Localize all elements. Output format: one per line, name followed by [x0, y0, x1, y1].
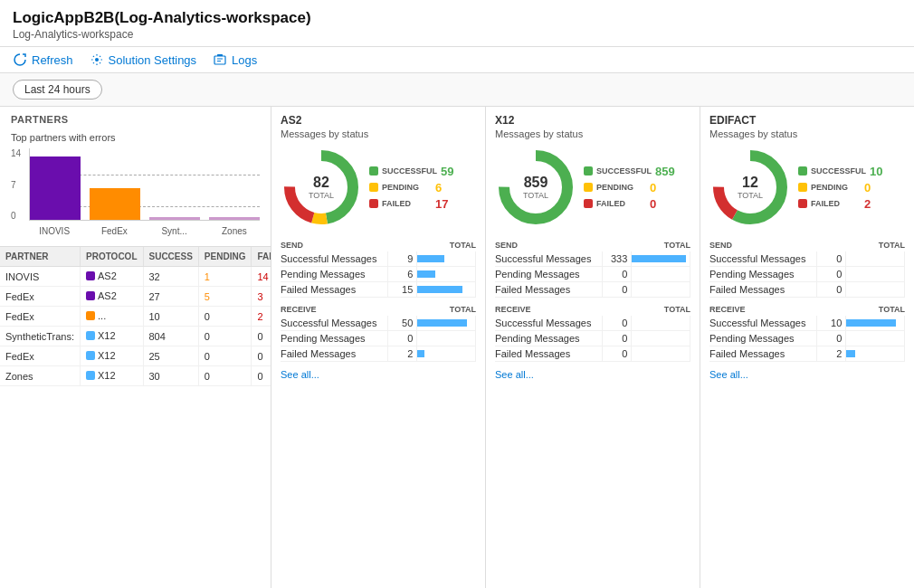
table-row: Successful Messages0 — [709, 251, 905, 267]
table-row: Failed Messages2 — [709, 346, 905, 362]
partners-panel: PARTNERS Top partners with errors 14 7 0 — [0, 107, 271, 588]
refresh-label: Refresh — [32, 53, 73, 67]
as2-send-table: Successful Messages9 Pending Messages6 F… — [281, 251, 476, 298]
gear-icon — [90, 52, 104, 67]
table-row: Successful Messages333 — [495, 251, 690, 267]
table-row: Successful Messages9 — [281, 251, 476, 267]
col-protocol: PROTOCOL — [81, 247, 143, 267]
bar-inovis — [30, 156, 81, 220]
table-row: Successful Messages10 — [709, 316, 905, 331]
svg-point-0 — [95, 58, 99, 62]
logs-icon — [213, 52, 227, 67]
x12-subtitle: Messages by status — [495, 128, 690, 139]
edifact-subtitle: Messages by status — [709, 128, 905, 139]
partners-table-body: INOVIS AS2 32 1 14 FedEx AS2 27 5 3 — [0, 267, 271, 386]
filter-bar: Last 24 hours — [0, 73, 914, 107]
as2-receive-table: Successful Messages50 Pending Messages0 … — [281, 316, 476, 362]
logs-button[interactable]: Logs — [213, 52, 257, 67]
col-pending: PENDING — [198, 247, 252, 267]
chart-area: Top partners with errors 14 7 0 — [0, 128, 271, 246]
x12-legend-successful: SUCCESSFUL 859 — [584, 165, 675, 178]
as2-legend-failed: FAILED 17 — [369, 197, 453, 211]
table-row: Pending Messages0 — [495, 331, 690, 346]
solution-settings-button[interactable]: Solution Settings — [90, 52, 197, 67]
x12-send-table: Successful Messages333 Pending Messages0… — [495, 251, 690, 298]
solution-settings-label: Solution Settings — [109, 53, 197, 67]
edifact-see-all[interactable]: See all... — [709, 369, 905, 380]
bar-chart: 14 7 0 — [11, 148, 260, 239]
col-failed: FAI... ↓ — [252, 247, 271, 267]
as2-subtitle: Messages by status — [281, 128, 476, 139]
edifact-send-table: Successful Messages0 Pending Messages0 F… — [709, 251, 905, 298]
table-row: INOVIS AS2 32 1 14 — [0, 267, 271, 287]
x12-receive-label: RECEIVE TOTAL — [495, 305, 690, 314]
x12-title: X12 — [495, 114, 690, 127]
refresh-icon — [13, 52, 27, 67]
chart-labels: INOVIS FedEx Synt... Zones — [29, 223, 260, 239]
table-row: Pending Messages0 — [709, 267, 905, 282]
x12-panel: X12 Messages by status 859 TOTAL SUCCESS… — [486, 107, 700, 588]
edifact-legend-pending: PENDING 0 — [798, 181, 882, 194]
chart-bars — [29, 148, 260, 221]
logs-label: Logs — [232, 53, 257, 67]
x12-receive-table: Successful Messages0 Pending Messages0 F… — [495, 316, 690, 362]
as2-legend: SUCCESSFUL 59 PENDING 6 FAILED 17 — [369, 165, 453, 211]
edifact-donut-row: 12 TOTAL SUCCESSFUL 10 PENDING 0 — [709, 147, 905, 228]
partners-section-title: PARTNERS — [0, 107, 271, 128]
refresh-button[interactable]: Refresh — [13, 52, 73, 67]
edifact-legend-failed: FAILED 2 — [798, 197, 882, 211]
table-row: Pending Messages0 — [495, 267, 690, 282]
as2-see-all[interactable]: See all... — [281, 369, 476, 380]
svg-rect-4 — [217, 54, 223, 56]
x12-send-label: SEND TOTAL — [495, 241, 690, 250]
edifact-title: EDIFACT — [709, 114, 905, 127]
bar-fedex — [90, 188, 140, 220]
x12-donut: 859 TOTAL — [495, 147, 576, 228]
table-row: Failed Messages15 — [281, 282, 476, 298]
edifact-panel: EDIFACT Messages by status 12 TOTAL — [700, 107, 914, 588]
table-row: Failed Messages0 — [495, 282, 690, 298]
as2-donut: 82 TOTAL — [281, 147, 362, 228]
edifact-send-label: SEND TOTAL — [709, 241, 905, 250]
table-row: Successful Messages0 — [495, 316, 690, 331]
table-row: Pending Messages0 — [281, 331, 476, 346]
col-success: SUCCESS — [143, 247, 198, 267]
header: LogicAppB2B(Log-Analytics-workspace) Log… — [0, 0, 914, 47]
chart-subtitle: Top partners with errors — [11, 132, 260, 143]
table-row: Successful Messages50 — [281, 316, 476, 331]
bar-zones — [209, 217, 260, 220]
edifact-donut: 12 TOTAL — [709, 147, 791, 228]
page-subtitle: Log-Analytics-workspace — [13, 28, 901, 41]
page-title: LogicAppB2B(Log-Analytics-workspace) — [13, 9, 901, 27]
table-row: FedEx X12 25 0 0 — [0, 346, 271, 366]
x12-see-all[interactable]: See all... — [495, 369, 690, 380]
toolbar: Refresh Solution Settings Logs — [0, 47, 914, 73]
as2-donut-row: 82 TOTAL SUCCESSFUL 59 PENDING 6 — [281, 147, 476, 228]
table-row: Failed Messages0 — [709, 282, 905, 298]
right-panels: AS2 Messages by status 82 TOTAL — [271, 107, 914, 588]
table-row: FedEx AS2 27 5 3 — [0, 287, 271, 307]
svg-rect-1 — [214, 56, 225, 64]
time-range-button[interactable]: Last 24 hours — [13, 80, 102, 100]
edifact-donut-label: 12 TOTAL — [738, 174, 763, 201]
table-row: Pending Messages0 — [709, 331, 905, 346]
edifact-legend: SUCCESSFUL 10 PENDING 0 FAILED 2 — [798, 165, 882, 211]
table-header-row: PARTNER PROTOCOL SUCCESS PENDING FAI... … — [0, 247, 271, 267]
table-row: Zones X12 30 0 0 — [0, 366, 271, 386]
as2-title: AS2 — [281, 114, 476, 127]
edifact-legend-successful: SUCCESSFUL 10 — [798, 165, 882, 178]
table-row: FedEx ... 10 0 2 — [0, 307, 271, 327]
partners-table: PARTNER PROTOCOL SUCCESS PENDING FAI... … — [0, 246, 271, 588]
table-row: Pending Messages6 — [281, 267, 476, 282]
as2-panel: AS2 Messages by status 82 TOTAL — [271, 107, 486, 588]
col-partner: PARTNER — [0, 247, 81, 267]
x12-donut-row: 859 TOTAL SUCCESSFUL 859 PENDING 0 — [495, 147, 690, 228]
chart-y-axis: 14 7 0 — [11, 148, 25, 221]
as2-legend-successful: SUCCESSFUL 59 — [369, 165, 453, 178]
bar-synt — [149, 217, 200, 220]
x12-donut-label: 859 TOTAL — [523, 174, 548, 201]
table-row: Failed Messages2 — [281, 346, 476, 362]
table-row: Failed Messages0 — [495, 346, 690, 362]
x12-legend-failed: FAILED 0 — [584, 197, 675, 211]
table-row: SyntheticTrans: X12 804 0 0 — [0, 327, 271, 346]
